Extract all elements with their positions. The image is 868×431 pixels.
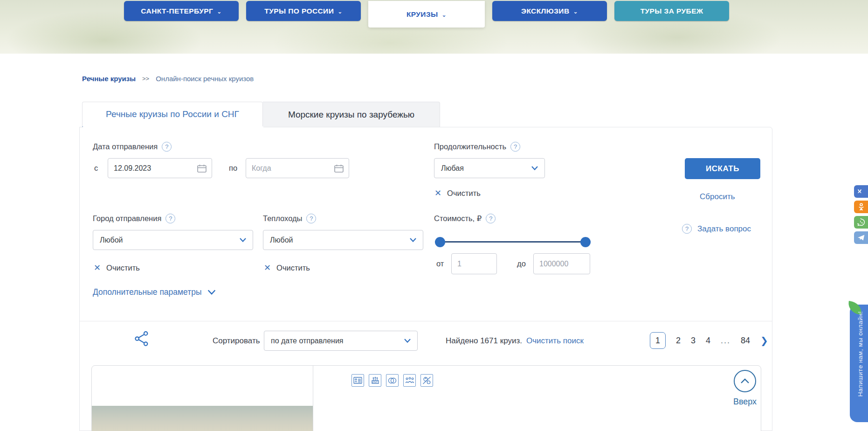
additional-params-label: Дополнительные параметры (93, 287, 202, 297)
clear-search-link[interactable]: Очистить поиск (526, 336, 584, 346)
panel-divider (80, 321, 772, 321)
date-from-prefix: с (94, 164, 98, 173)
clear-label: Очистить (276, 264, 310, 272)
price-from-prefix: от (436, 259, 444, 268)
id-card-icon[interactable] (351, 374, 364, 387)
chevron-down-icon: ⌄ (217, 8, 221, 15)
clear-label: Очистить (106, 264, 140, 272)
slider-handle-min[interactable] (435, 237, 445, 247)
nav-item-spb[interactable]: САНКТ-ПЕТЕРБУРГ ⌄ (124, 1, 239, 21)
header-banner: САНКТ-ПЕТЕРБУРГ ⌄ ТУРЫ ПО РОССИИ ⌄ КРУИЗ… (0, 0, 868, 54)
chevron-down-icon (207, 290, 216, 295)
tab-river-cruises[interactable]: Речные круизы по России и СНГ (82, 102, 263, 127)
breadcrumb-home-link[interactable]: Речные круизы (82, 75, 136, 83)
no-children-icon[interactable] (420, 374, 433, 387)
telegram-icon[interactable] (854, 231, 868, 244)
ships-clear-button[interactable]: ✕ Очистить (264, 263, 310, 273)
nav-label: ЭКСКЛЮЗИВ (521, 7, 569, 15)
breadcrumb-current: Онлайн-поиск речных круизов (156, 75, 254, 83)
birthday-cake-icon[interactable] (369, 374, 381, 387)
nav-item-russia-tours[interactable]: ТУРЫ ПО РОССИИ ⌄ (246, 1, 361, 21)
cruise-type-tabs: Речные круизы по России и СНГ Морские кр… (82, 102, 440, 127)
page-4[interactable]: 4 (706, 336, 710, 346)
tab-sea-cruises[interactable]: Морские круизы по зарубежью (263, 102, 440, 127)
tab-panel-join (83, 126, 263, 128)
price-to-prefix: до (517, 259, 526, 268)
additional-params-toggle[interactable]: Дополнительные параметры (93, 287, 216, 297)
ask-question-label: Задать вопрос (697, 224, 751, 234)
page-last[interactable]: 84 (741, 336, 750, 346)
pagination: 1 2 3 4 ... 84 ❯ (650, 332, 768, 349)
back-to-top-button[interactable]: Вверх (729, 370, 761, 407)
chevron-down-icon: ⌄ (573, 8, 578, 15)
price-to-input[interactable] (533, 253, 590, 274)
breadcrumb: Речные круизы >> Онлайн-поиск речных кру… (82, 75, 254, 83)
online-chat-tab[interactable]: Напишите нам, мы онлайн! (850, 305, 868, 422)
whatsapp-icon[interactable] (854, 216, 868, 229)
date-to-input[interactable] (246, 158, 349, 178)
odnoklassniki-icon[interactable] (854, 201, 868, 213)
ask-question-link[interactable]: ? Задать вопрос (682, 224, 751, 234)
departure-city-label: Город отправления ? (93, 214, 175, 223)
breadcrumb-separator: >> (142, 75, 149, 82)
departure-city-select[interactable]: Любой (93, 230, 253, 250)
help-icon[interactable]: ? (162, 142, 172, 152)
group-icon[interactable] (403, 374, 416, 387)
selected-value: Любой (100, 236, 123, 244)
wedding-rings-icon[interactable] (386, 374, 399, 387)
social-sidebar (854, 185, 868, 244)
city-clear-button[interactable]: ✕ Очистить (94, 263, 140, 273)
chevron-down-icon (240, 238, 246, 242)
help-icon[interactable]: ? (165, 214, 175, 223)
label-text: Дата отправления (93, 142, 158, 151)
page-3[interactable]: 3 (691, 336, 696, 346)
nav-item-cruises[interactable]: КРУИЗЫ ⌄ (396, 4, 457, 24)
main-nav: САНКТ-ПЕТЕРБУРГ ⌄ ТУРЫ ПО РОССИИ ⌄ КРУИЗ… (124, 1, 729, 28)
page: САНКТ-ПЕТЕРБУРГ ⌄ ТУРЫ ПО РОССИИ ⌄ КРУИЗ… (0, 0, 868, 431)
price-range-slider[interactable] (435, 237, 591, 247)
selected-value: Любая (441, 164, 464, 173)
cruise-photo-column (92, 366, 313, 431)
clear-x-icon: ✕ (434, 188, 441, 198)
chevron-down-icon: ⌄ (338, 8, 342, 15)
selected-value: Любой (270, 236, 293, 244)
help-icon[interactable]: ? (510, 142, 520, 152)
chevron-down-icon (404, 339, 411, 343)
vk-icon[interactable] (854, 185, 868, 198)
label-text: Продолжительность (434, 142, 506, 151)
nav-item-exclusive[interactable]: ЭКСКЛЮЗИВ ⌄ (492, 1, 607, 21)
cruise-photo (92, 406, 313, 431)
nav-item-abroad-tours[interactable]: ТУРЫ ЗА РУБЕЖ (614, 1, 729, 21)
chevron-down-icon (410, 238, 416, 242)
price-from-input[interactable] (451, 253, 497, 274)
selected-value: по дате отправления (271, 337, 344, 345)
duration-select[interactable]: Любая (434, 158, 545, 178)
page-2[interactable]: 2 (676, 336, 681, 346)
nav-label: ТУРЫ ЗА РУБЕЖ (641, 7, 703, 15)
date-from-wrap (108, 158, 212, 178)
cruise-card[interactable]: Санкт-Петербург – Москва (91, 365, 761, 431)
reset-link[interactable]: Сбросить (700, 192, 735, 202)
nav-item-cruises-active[interactable]: КРУИЗЫ ⌄ (368, 1, 485, 28)
chevron-up-icon (734, 370, 756, 392)
ships-select[interactable]: Любой (263, 230, 423, 250)
help-icon[interactable]: ? (486, 214, 496, 223)
sort-label: Сортировать (213, 336, 260, 346)
page-1-active[interactable]: 1 (650, 332, 666, 349)
date-from-input[interactable] (108, 158, 212, 178)
search-button[interactable]: ИСКАТЬ (685, 158, 760, 179)
help-icon[interactable]: ? (306, 214, 316, 223)
duration-clear-button[interactable]: ✕ Очистить (434, 188, 481, 198)
label-text: Стоимость, ₽ (434, 214, 482, 223)
share-icon[interactable] (135, 331, 149, 346)
nav-label: ТУРЫ ПО РОССИИ (264, 7, 334, 15)
sort-select[interactable]: по дате отправления (264, 331, 418, 351)
clear-x-icon: ✕ (264, 263, 271, 273)
search-panel: Дата отправления ? с по Продолжительност… (79, 127, 772, 431)
next-page-icon[interactable]: ❯ (760, 335, 768, 346)
nav-label: САНКТ-ПЕТЕРБУРГ (141, 7, 213, 15)
slider-handle-max[interactable] (580, 237, 591, 247)
chat-tab-label: Напишите нам, мы онлайн! (857, 311, 864, 396)
date-to-wrap (246, 158, 349, 178)
chevron-down-icon (531, 166, 538, 170)
